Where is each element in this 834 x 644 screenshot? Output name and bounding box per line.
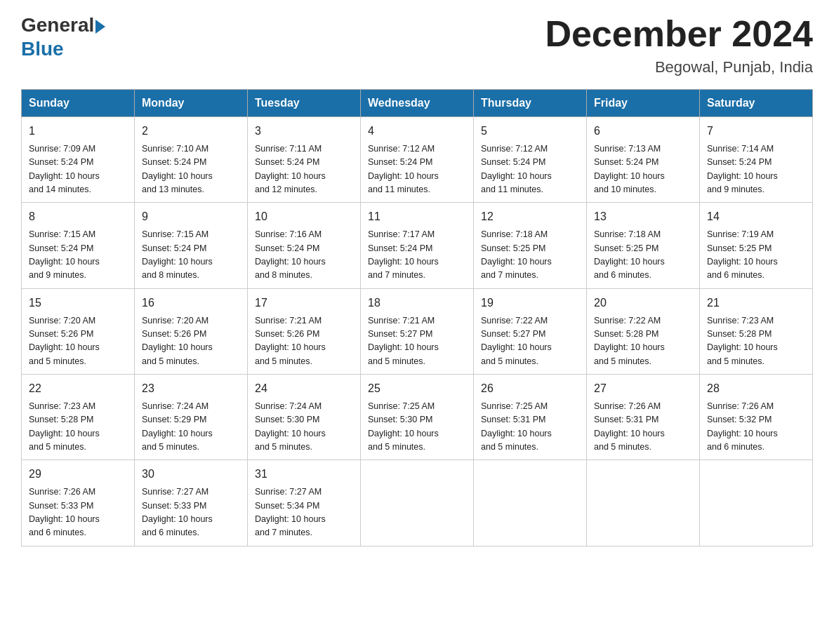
day-number: 22 [29, 380, 127, 398]
day-info: Sunrise: 7:19 AMSunset: 5:25 PMDaylight:… [707, 228, 805, 283]
calendar-cell: 27Sunrise: 7:26 AMSunset: 5:31 PMDayligh… [587, 375, 700, 460]
day-number: 20 [594, 295, 692, 312]
day-info: Sunrise: 7:15 AMSunset: 5:24 PMDaylight:… [142, 228, 240, 283]
calendar-cell: 28Sunrise: 7:26 AMSunset: 5:32 PMDayligh… [700, 375, 813, 460]
calendar-week-row: 15Sunrise: 7:20 AMSunset: 5:26 PMDayligh… [22, 288, 813, 374]
day-number: 24 [255, 380, 353, 398]
logo: General Blue [21, 14, 107, 60]
weekday-header-thursday: Thursday [474, 90, 587, 117]
weekday-header-sunday: Sunday [22, 90, 135, 117]
weekday-header-friday: Friday [587, 90, 700, 117]
day-number: 4 [368, 123, 466, 140]
calendar-cell: 4Sunrise: 7:12 AMSunset: 5:24 PMDaylight… [361, 117, 474, 203]
logo-arrow-icon [95, 20, 105, 34]
weekday-header-wednesday: Wednesday [361, 90, 474, 117]
weekday-header-tuesday: Tuesday [248, 90, 361, 117]
day-info: Sunrise: 7:15 AMSunset: 5:24 PMDaylight:… [29, 228, 127, 283]
day-number: 23 [142, 380, 240, 398]
calendar-cell: 5Sunrise: 7:12 AMSunset: 5:24 PMDaylight… [474, 117, 587, 203]
day-info: Sunrise: 7:26 AMSunset: 5:33 PMDaylight:… [29, 485, 127, 540]
calendar-cell: 8Sunrise: 7:15 AMSunset: 5:24 PMDaylight… [22, 203, 135, 288]
calendar-cell: 14Sunrise: 7:19 AMSunset: 5:25 PMDayligh… [700, 203, 813, 288]
day-info: Sunrise: 7:22 AMSunset: 5:28 PMDaylight:… [594, 314, 692, 369]
calendar-cell: 10Sunrise: 7:16 AMSunset: 5:24 PMDayligh… [248, 203, 361, 288]
day-info: Sunrise: 7:23 AMSunset: 5:28 PMDaylight:… [707, 314, 805, 369]
calendar-cell: 18Sunrise: 7:21 AMSunset: 5:27 PMDayligh… [361, 288, 474, 374]
day-number: 5 [481, 123, 579, 140]
day-number: 16 [142, 295, 240, 312]
day-number: 27 [594, 380, 692, 398]
calendar-week-row: 8Sunrise: 7:15 AMSunset: 5:24 PMDaylight… [22, 203, 813, 288]
title-area: December 2024 Begowal, Punjab, India [545, 14, 813, 76]
calendar-cell: 19Sunrise: 7:22 AMSunset: 5:27 PMDayligh… [474, 288, 587, 374]
day-info: Sunrise: 7:16 AMSunset: 5:24 PMDaylight:… [255, 228, 353, 283]
calendar-cell: 7Sunrise: 7:14 AMSunset: 5:24 PMDaylight… [700, 117, 813, 203]
day-number: 10 [255, 208, 353, 226]
day-info: Sunrise: 7:21 AMSunset: 5:26 PMDaylight:… [255, 314, 353, 369]
day-info: Sunrise: 7:27 AMSunset: 5:34 PMDaylight:… [255, 485, 353, 540]
calendar-cell: 23Sunrise: 7:24 AMSunset: 5:29 PMDayligh… [135, 375, 248, 460]
page-header: General Blue December 2024 Begowal, Punj… [21, 14, 813, 76]
weekday-header-row: SundayMondayTuesdayWednesdayThursdayFrid… [22, 90, 813, 117]
day-number: 18 [368, 295, 466, 312]
day-info: Sunrise: 7:20 AMSunset: 5:26 PMDaylight:… [142, 314, 240, 369]
calendar-cell: 17Sunrise: 7:21 AMSunset: 5:26 PMDayligh… [248, 288, 361, 374]
calendar-cell: 3Sunrise: 7:11 AMSunset: 5:24 PMDaylight… [248, 117, 361, 203]
calendar-week-row: 22Sunrise: 7:23 AMSunset: 5:28 PMDayligh… [22, 375, 813, 460]
day-info: Sunrise: 7:27 AMSunset: 5:33 PMDaylight:… [142, 485, 240, 540]
day-info: Sunrise: 7:23 AMSunset: 5:28 PMDaylight:… [29, 400, 127, 455]
calendar-cell: 30Sunrise: 7:27 AMSunset: 5:33 PMDayligh… [135, 460, 248, 546]
day-info: Sunrise: 7:09 AMSunset: 5:24 PMDaylight:… [29, 142, 127, 197]
day-info: Sunrise: 7:25 AMSunset: 5:31 PMDaylight:… [481, 400, 579, 455]
day-info: Sunrise: 7:11 AMSunset: 5:24 PMDaylight:… [255, 142, 353, 197]
calendar-week-row: 1Sunrise: 7:09 AMSunset: 5:24 PMDaylight… [22, 117, 813, 203]
calendar-cell [361, 460, 474, 546]
day-info: Sunrise: 7:18 AMSunset: 5:25 PMDaylight:… [481, 228, 579, 283]
weekday-header-monday: Monday [135, 90, 248, 117]
day-number: 21 [707, 295, 805, 312]
calendar-cell: 29Sunrise: 7:26 AMSunset: 5:33 PMDayligh… [22, 460, 135, 546]
day-info: Sunrise: 7:26 AMSunset: 5:31 PMDaylight:… [594, 400, 692, 455]
day-number: 9 [142, 208, 240, 226]
day-number: 8 [29, 208, 127, 226]
calendar-cell [474, 460, 587, 546]
location-title: Begowal, Punjab, India [545, 58, 813, 76]
day-number: 11 [368, 208, 466, 226]
day-number: 15 [29, 295, 127, 312]
day-number: 1 [29, 123, 127, 140]
day-info: Sunrise: 7:22 AMSunset: 5:27 PMDaylight:… [481, 314, 579, 369]
day-info: Sunrise: 7:21 AMSunset: 5:27 PMDaylight:… [368, 314, 466, 369]
day-number: 17 [255, 295, 353, 312]
day-number: 7 [707, 123, 805, 140]
calendar-cell: 15Sunrise: 7:20 AMSunset: 5:26 PMDayligh… [22, 288, 135, 374]
calendar-table: SundayMondayTuesdayWednesdayThursdayFrid… [21, 89, 813, 546]
day-number: 31 [255, 466, 353, 483]
calendar-cell: 16Sunrise: 7:20 AMSunset: 5:26 PMDayligh… [135, 288, 248, 374]
day-info: Sunrise: 7:26 AMSunset: 5:32 PMDaylight:… [707, 400, 805, 455]
month-title: December 2024 [545, 14, 813, 54]
calendar-cell: 6Sunrise: 7:13 AMSunset: 5:24 PMDaylight… [587, 117, 700, 203]
day-info: Sunrise: 7:25 AMSunset: 5:30 PMDaylight:… [368, 400, 466, 455]
calendar-cell: 13Sunrise: 7:18 AMSunset: 5:25 PMDayligh… [587, 203, 700, 288]
day-number: 25 [368, 380, 466, 398]
day-number: 19 [481, 295, 579, 312]
calendar-cell: 11Sunrise: 7:17 AMSunset: 5:24 PMDayligh… [361, 203, 474, 288]
day-number: 26 [481, 380, 579, 398]
day-info: Sunrise: 7:17 AMSunset: 5:24 PMDaylight:… [368, 228, 466, 283]
calendar-cell: 21Sunrise: 7:23 AMSunset: 5:28 PMDayligh… [700, 288, 813, 374]
day-info: Sunrise: 7:14 AMSunset: 5:24 PMDaylight:… [707, 142, 805, 197]
day-number: 2 [142, 123, 240, 140]
day-number: 12 [481, 208, 579, 226]
calendar-cell: 2Sunrise: 7:10 AMSunset: 5:24 PMDaylight… [135, 117, 248, 203]
day-info: Sunrise: 7:18 AMSunset: 5:25 PMDaylight:… [594, 228, 692, 283]
day-number: 13 [594, 208, 692, 226]
calendar-cell: 24Sunrise: 7:24 AMSunset: 5:30 PMDayligh… [248, 375, 361, 460]
calendar-cell: 9Sunrise: 7:15 AMSunset: 5:24 PMDaylight… [135, 203, 248, 288]
day-number: 6 [594, 123, 692, 140]
day-number: 28 [707, 380, 805, 398]
day-info: Sunrise: 7:12 AMSunset: 5:24 PMDaylight:… [481, 142, 579, 197]
logo-general-text: General [21, 14, 94, 36]
calendar-cell: 20Sunrise: 7:22 AMSunset: 5:28 PMDayligh… [587, 288, 700, 374]
calendar-cell: 12Sunrise: 7:18 AMSunset: 5:25 PMDayligh… [474, 203, 587, 288]
day-number: 30 [142, 466, 240, 483]
